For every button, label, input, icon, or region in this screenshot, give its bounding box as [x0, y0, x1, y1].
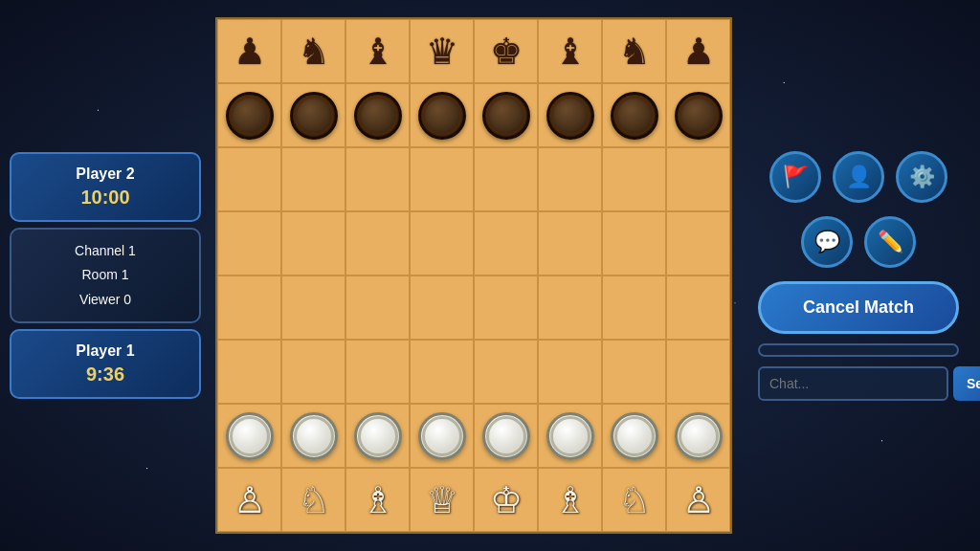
board-cell[interactable] [217, 276, 281, 340]
board-cell[interactable]: ♔ [474, 468, 538, 532]
board-cell[interactable] [602, 340, 666, 404]
board-cell[interactable] [666, 211, 730, 276]
board-cell[interactable] [281, 83, 345, 147]
player2-name: Player 2 [21, 165, 189, 183]
board-cell[interactable]: ♘ [281, 468, 345, 532]
board-cell[interactable]: ♗ [345, 468, 410, 532]
board-cell[interactable] [217, 404, 281, 468]
chat-area [758, 343, 959, 357]
board-cell[interactable]: ♕ [410, 468, 474, 532]
board-cell[interactable] [474, 276, 538, 340]
board-cell[interactable]: ♘ [602, 468, 666, 532]
board-cell[interactable] [538, 211, 602, 276]
board-cell[interactable] [474, 83, 538, 147]
board-cell[interactable] [410, 211, 474, 276]
board-cell[interactable] [281, 340, 345, 404]
board-cell[interactable] [602, 147, 666, 211]
channel-label: Channel 1 [21, 239, 189, 263]
board-cell[interactable] [538, 276, 602, 340]
room-info: Channel 1 Room 1 Viewer 0 [10, 228, 201, 323]
bottom-icon-row: 💬 ✏️ [801, 216, 916, 268]
board-cell[interactable] [538, 83, 602, 147]
board-cell[interactable]: ♚ [474, 19, 538, 83]
board-cell[interactable] [217, 211, 281, 276]
board-cell[interactable] [666, 340, 730, 404]
board-cell[interactable] [538, 147, 602, 211]
board-cell[interactable]: ♛ [410, 19, 474, 83]
board-cell[interactable] [474, 404, 538, 468]
player1-box: Player 1 9:36 [10, 329, 201, 399]
chat-input[interactable] [758, 366, 948, 401]
board-cell[interactable] [410, 404, 474, 468]
settings-button[interactable]: ⚙️ [896, 151, 947, 203]
board-cell[interactable] [281, 276, 345, 340]
board-cell[interactable] [410, 276, 474, 340]
board-cell[interactable] [217, 147, 281, 211]
board-cell[interactable] [474, 340, 538, 404]
board-cell[interactable] [410, 147, 474, 211]
board-cell[interactable] [602, 404, 666, 468]
cancel-match-button[interactable]: Cancel Match [758, 281, 959, 334]
board-cell[interactable] [345, 83, 410, 147]
viewer-label: Viewer 0 [21, 288, 189, 312]
board-cell[interactable] [217, 83, 281, 147]
left-panel: Player 2 10:00 Channel 1 Room 1 Viewer 0… [0, 143, 211, 408]
board-cell[interactable] [345, 276, 410, 340]
board-cell[interactable] [666, 147, 730, 211]
board-cell[interactable] [666, 276, 730, 340]
player1-name: Player 1 [21, 342, 189, 360]
board-cell[interactable]: ♞ [602, 19, 666, 83]
board-cell[interactable] [345, 211, 410, 276]
board-cell[interactable] [281, 404, 345, 468]
board-cell[interactable] [602, 211, 666, 276]
top-icon-row: 🚩 👤 ⚙️ [769, 151, 947, 203]
board-cell[interactable] [410, 340, 474, 404]
chess-board: ♟♞♝♛♚♝♞♟♙♘♗♕♔♗♘♙ [215, 17, 732, 534]
profile-button[interactable]: 👤 [833, 151, 884, 203]
board-cell[interactable] [474, 211, 538, 276]
send-button[interactable]: Send [953, 366, 980, 401]
board-cell[interactable] [602, 83, 666, 147]
board-cell[interactable] [538, 404, 602, 468]
board-cell[interactable] [474, 147, 538, 211]
flag-button[interactable]: 🚩 [769, 151, 821, 203]
board-cell[interactable]: ♗ [538, 468, 602, 532]
board-cell[interactable]: ♞ [281, 19, 345, 83]
board-cell[interactable]: ♙ [666, 468, 730, 532]
board-cell[interactable]: ♙ [217, 468, 281, 532]
chat-button[interactable]: 💬 [801, 216, 853, 268]
board-cell[interactable] [345, 404, 410, 468]
chat-input-row: Send [758, 366, 959, 401]
board-cell[interactable] [345, 147, 410, 211]
room-label: Room 1 [21, 263, 189, 287]
edit-button[interactable]: ✏️ [864, 216, 916, 268]
board-cell[interactable]: ♝ [538, 19, 602, 83]
board-area: ♟♞♝♛♚♝♞♟♙♘♗♕♔♗♘♙ [211, 12, 737, 539]
board-cell[interactable] [666, 404, 730, 468]
player2-box: Player 2 10:00 [10, 152, 201, 222]
board-cell[interactable]: ♟ [217, 19, 281, 83]
board-cell[interactable] [281, 147, 345, 211]
right-panel: 🚩 👤 ⚙️ 💬 ✏️ Cancel Match Send [737, 142, 980, 410]
board-cell[interactable] [410, 83, 474, 147]
board-cell[interactable] [538, 340, 602, 404]
player1-timer: 9:36 [21, 364, 189, 386]
board-cell[interactable]: ♝ [345, 19, 410, 83]
board-cell[interactable]: ♟ [666, 19, 730, 83]
player2-timer: 10:00 [21, 187, 189, 209]
board-cell[interactable] [281, 211, 345, 276]
board-cell[interactable] [217, 340, 281, 404]
board-cell[interactable] [345, 340, 410, 404]
board-cell[interactable] [666, 83, 730, 147]
board-cell[interactable] [602, 276, 666, 340]
